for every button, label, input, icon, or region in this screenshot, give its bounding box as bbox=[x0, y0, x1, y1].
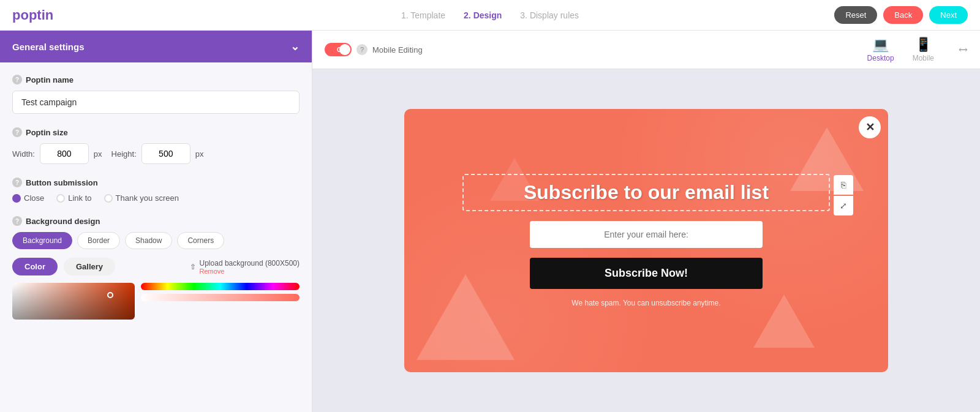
logo: poptin bbox=[12, 7, 53, 23]
main-layout: General settings ⌄ ? Poptin name ? Popti… bbox=[0, 31, 980, 412]
mobile-editing-label: Mobile Editing bbox=[372, 45, 423, 54]
popup-resize-icon[interactable]: ⤢ bbox=[834, 196, 853, 215]
logo-text: poptin bbox=[12, 7, 53, 23]
width-group: Width: px bbox=[12, 143, 102, 164]
color-gallery-row: Color Gallery ⇧ Upload background (800X5… bbox=[12, 258, 300, 275]
radio-dot-close bbox=[12, 194, 21, 203]
poptin-name-help-icon[interactable]: ? bbox=[12, 75, 22, 84]
background-design-label: ? Background design bbox=[12, 216, 300, 226]
bg-tab-background[interactable]: Background bbox=[12, 232, 72, 249]
radio-dot-thank-you bbox=[104, 194, 113, 203]
preview-area: ✕ Subscribe to our email list ⎘ ⤢ Subscr… bbox=[312, 69, 980, 412]
toggle-wrap: OFF ? Mobile Editing bbox=[325, 43, 423, 56]
popup-title-wrap[interactable]: Subscribe to our email list ⎘ ⤢ bbox=[462, 174, 830, 211]
poptin-size-group: ? Poptin size Width: px Height: px bbox=[12, 127, 300, 164]
chevron-down-icon[interactable]: ⌄ bbox=[290, 40, 300, 53]
mobile-editing-toggle[interactable]: OFF bbox=[325, 43, 352, 56]
mobile-editing-help-icon[interactable]: ? bbox=[356, 44, 368, 55]
bg-design-help-icon[interactable]: ? bbox=[12, 216, 22, 226]
bg-tab-shadow[interactable]: Shadow bbox=[125, 232, 172, 249]
popup-close-button[interactable]: ✕ bbox=[859, 116, 881, 138]
upload-icon: ⇧ bbox=[190, 263, 196, 271]
reset-button[interactable]: Reset bbox=[834, 6, 877, 24]
popup-email-input[interactable] bbox=[530, 221, 763, 248]
editor-toolbar: OFF ? Mobile Editing 💻 Desktop 📱 Mobile … bbox=[312, 31, 980, 69]
panel-header: General settings ⌄ bbox=[0, 31, 312, 62]
button-submission-help-icon[interactable]: ? bbox=[12, 178, 22, 187]
top-actions: Reset Back Next bbox=[834, 6, 968, 24]
popup-title: Subscribe to our email list bbox=[476, 181, 816, 204]
tab-mobile[interactable]: 📱 Mobile bbox=[913, 37, 934, 62]
upload-text: Upload background (800X500) Remove bbox=[200, 259, 300, 275]
desktop-icon: 💻 bbox=[872, 37, 889, 53]
width-px-label: px bbox=[94, 149, 102, 159]
hue-slider[interactable] bbox=[141, 283, 300, 290]
left-panel: General settings ⌄ ? Poptin name ? Popti… bbox=[0, 31, 312, 412]
step-display-rules: 3. Display rules bbox=[520, 10, 579, 20]
color-picker-area bbox=[12, 283, 300, 320]
tab-desktop[interactable]: 💻 Desktop bbox=[867, 37, 894, 62]
panel-body: ? Poptin name ? Poptin size Width: px bbox=[0, 62, 312, 345]
popup-copy-icon[interactable]: ⎘ bbox=[834, 175, 853, 195]
radio-link-to[interactable]: Link to bbox=[56, 193, 91, 203]
size-row: Width: px Height: px bbox=[12, 143, 300, 164]
poptin-size-help-icon[interactable]: ? bbox=[12, 127, 22, 137]
popup-preview: ✕ Subscribe to our email list ⎘ ⤢ Subscr… bbox=[404, 109, 888, 372]
popup-spam-text: We hate spam. You can unsubscribe anytim… bbox=[571, 299, 720, 307]
background-design-group: ? Background design Background Border Sh… bbox=[12, 216, 300, 320]
radio-thank-you[interactable]: Thank you screen bbox=[104, 193, 179, 203]
popup-subscribe-button[interactable]: Subscribe Now! bbox=[530, 258, 763, 289]
device-tabs: 💻 Desktop 📱 Mobile bbox=[867, 37, 934, 62]
steps-nav: 1. Template 2. Design 3. Display rules bbox=[401, 10, 579, 20]
next-button[interactable]: Next bbox=[929, 6, 968, 24]
radio-dot-link bbox=[56, 194, 65, 203]
step-template: 1. Template bbox=[401, 10, 445, 20]
height-px-label: px bbox=[195, 149, 204, 159]
top-bar: poptin 1. Template 2. Design 3. Display … bbox=[0, 0, 980, 31]
gallery-tab-button[interactable]: Gallery bbox=[64, 258, 115, 275]
remove-label[interactable]: Remove bbox=[200, 268, 300, 275]
bg-tab-border[interactable]: Border bbox=[77, 232, 120, 249]
width-input[interactable] bbox=[40, 143, 89, 164]
color-tab-button[interactable]: Color bbox=[12, 258, 58, 275]
radio-group: Close Link to Thank you screen bbox=[12, 193, 300, 203]
height-group: Height: px bbox=[111, 143, 204, 164]
hue-slider-wrap bbox=[141, 283, 300, 301]
height-label: Height: bbox=[111, 149, 137, 159]
decorative-triangle-1 bbox=[417, 274, 514, 360]
color-gradient[interactable] bbox=[12, 283, 135, 320]
back-button[interactable]: Back bbox=[883, 6, 923, 24]
radio-close[interactable]: Close bbox=[12, 193, 44, 203]
decorative-triangle-3 bbox=[753, 294, 815, 348]
popup-title-actions: ⎘ ⤢ bbox=[834, 175, 853, 215]
button-submission-group: ? Button submission Close Link to Thank … bbox=[12, 178, 300, 203]
bg-tab-corners[interactable]: Corners bbox=[177, 232, 224, 249]
upload-background-btn[interactable]: ⇧ Upload background (800X500) Remove bbox=[190, 259, 300, 275]
poptin-name-group: ? Poptin name bbox=[12, 75, 300, 114]
poptin-name-label: ? Poptin name bbox=[12, 75, 300, 84]
step-design: 2. Design bbox=[464, 10, 502, 20]
button-submission-label: ? Button submission bbox=[12, 178, 300, 187]
opacity-slider[interactable] bbox=[141, 294, 300, 301]
panel-header-title: General settings bbox=[12, 42, 85, 52]
bg-tab-row: Background Border Shadow Corners bbox=[12, 232, 300, 249]
height-input[interactable] bbox=[141, 143, 190, 164]
right-area: OFF ? Mobile Editing 💻 Desktop 📱 Mobile … bbox=[312, 31, 980, 412]
mobile-icon: 📱 bbox=[915, 37, 932, 53]
expand-icon[interactable]: ⤢ bbox=[955, 42, 971, 58]
poptin-name-input[interactable] bbox=[12, 91, 300, 114]
poptin-size-label: ? Poptin size bbox=[12, 127, 300, 137]
toggle-label: OFF bbox=[337, 47, 349, 53]
width-label: Width: bbox=[12, 149, 35, 159]
color-gradient-handle[interactable] bbox=[107, 292, 113, 298]
